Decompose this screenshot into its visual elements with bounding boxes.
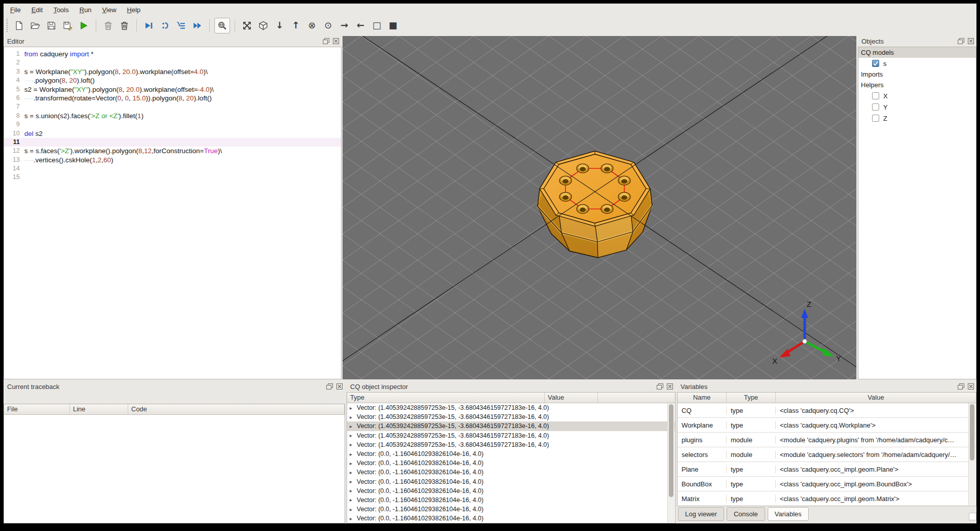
- inspector-row[interactable]: ▸Vector: (0.0, -1.1604610293826104e-16, …: [347, 477, 675, 486]
- 3d-viewport[interactable]: Z X Y: [343, 36, 856, 379]
- save-button[interactable]: [44, 18, 59, 33]
- close-panel-button[interactable]: [968, 38, 974, 44]
- step-into-button[interactable]: [174, 18, 189, 33]
- debug-resume-button[interactable]: [141, 18, 156, 33]
- right-view-button[interactable]: ←: [353, 18, 368, 33]
- size-grip[interactable]: [969, 513, 976, 520]
- inspector-rows: ▸Vector: (1.4053924288597253e-15, -3.680…: [347, 403, 675, 523]
- expand-arrow-icon[interactable]: ▸: [350, 507, 354, 512]
- objects-group-cq-models[interactable]: CQ models: [858, 47, 976, 58]
- inspector-row[interactable]: ▸Vector: (1.4053924288597253e-15, -3.680…: [347, 431, 675, 440]
- menu-help[interactable]: Help: [127, 6, 141, 14]
- expand-arrow-icon[interactable]: ▸: [350, 414, 354, 420]
- continue-button[interactable]: [190, 18, 205, 33]
- close-panel-button[interactable]: [333, 38, 339, 44]
- objects-item-y[interactable]: Y: [858, 101, 976, 113]
- inspector-row[interactable]: ▸Vector: (1.4053924288597253e-15, -3.680…: [347, 412, 675, 421]
- inspector-row[interactable]: ▸Vector: (0.0, -1.1604610293826104e-16, …: [347, 514, 675, 523]
- inspector-row[interactable]: ▸Vector: (1.4053924288597253e-15, -3.680…: [347, 421, 675, 431]
- debug-restart-button[interactable]: [158, 18, 172, 33]
- expand-arrow-icon[interactable]: ▸: [350, 461, 354, 466]
- float-panel-button[interactable]: [657, 383, 663, 390]
- code-line-7: 7: [4, 102, 341, 111]
- inspector-row[interactable]: ▸Vector: (0.0, -1.1604610293826104e-16, …: [347, 505, 675, 514]
- inspector-row[interactable]: ▸Vector: (0.0, -1.1604610293826104e-16, …: [347, 468, 675, 477]
- objects-item-s[interactable]: s: [858, 58, 976, 69]
- expand-arrow-icon[interactable]: ▸: [350, 488, 354, 493]
- tab-variables[interactable]: Variables: [768, 507, 809, 521]
- objects-item-x[interactable]: X: [858, 90, 976, 101]
- top-view-button[interactable]: ↓: [272, 18, 287, 33]
- new-script-button[interactable]: [12, 18, 26, 33]
- close-panel-button[interactable]: [336, 383, 343, 390]
- inspector-row[interactable]: ▸Vector: (0.0, -1.1604610293826104e-16, …: [347, 495, 675, 505]
- open-script-button[interactable]: [28, 18, 43, 33]
- menu-run[interactable]: Run: [80, 6, 92, 14]
- inspector-row[interactable]: ▸Vector: (1.4053924288597253e-15, -3.680…: [347, 440, 675, 449]
- variable-row-workplane[interactable]: Workplanetype<class 'cadquery.cq.Workpla…: [677, 418, 976, 433]
- inspector-row[interactable]: ▸Vector: (0.0, -1.1604610293826104e-16, …: [347, 449, 675, 458]
- float-panel-button[interactable]: [326, 383, 333, 390]
- expand-arrow-icon[interactable]: ▸: [350, 433, 354, 438]
- line-number: 15: [4, 173, 24, 182]
- inspector-row[interactable]: ▸Vector: (0.0, -1.1604610293826104e-16, …: [347, 486, 675, 495]
- checkbox-unchecked[interactable]: [872, 92, 879, 99]
- expand-arrow-icon[interactable]: ▸: [350, 470, 354, 475]
- tab-console[interactable]: Console: [727, 507, 765, 521]
- square-outline-icon: □: [372, 21, 381, 30]
- objects-item-z[interactable]: Z: [858, 113, 976, 124]
- menu-view[interactable]: View: [102, 6, 117, 14]
- expand-arrow-icon[interactable]: ▸: [350, 405, 354, 411]
- variable-row-plugins[interactable]: pluginsmodule<module 'cadquery.plugins' …: [677, 433, 976, 447]
- front-view-button[interactable]: ⊗: [305, 18, 319, 33]
- shaded-button[interactable]: ■: [386, 18, 400, 33]
- expand-arrow-icon[interactable]: ▸: [350, 516, 354, 521]
- back-view-button[interactable]: ⊙: [321, 18, 335, 33]
- toolbar-grip[interactable]: [7, 19, 8, 32]
- line-number: 11: [4, 138, 24, 147]
- menu-tools[interactable]: Tools: [53, 6, 68, 14]
- expand-arrow-icon[interactable]: ▸: [350, 479, 354, 484]
- expand-arrow-icon[interactable]: ▸: [350, 423, 354, 429]
- tab-log-viewer[interactable]: Log viewer: [678, 507, 724, 521]
- render-button[interactable]: [77, 18, 91, 33]
- checkbox-unchecked[interactable]: [872, 115, 879, 122]
- expand-arrow-icon[interactable]: ▸: [350, 442, 354, 447]
- variable-row-plane[interactable]: Planetype<class 'cadquery.occ_impl.geom.…: [677, 462, 976, 477]
- variables-col-name: Name: [677, 393, 727, 403]
- objects-group-imports[interactable]: Imports: [858, 69, 976, 80]
- float-panel-button[interactable]: [958, 383, 964, 390]
- trash-can-button-2[interactable]: [117, 18, 132, 33]
- expand-arrow-icon[interactable]: ▸: [350, 497, 354, 503]
- checkbox-checked[interactable]: [872, 60, 879, 67]
- menu-file[interactable]: File: [10, 6, 21, 14]
- viewport-scene: Z X Y: [343, 36, 856, 379]
- trash-icon: [103, 21, 113, 30]
- fit-all-button[interactable]: [240, 18, 254, 33]
- variable-row-boundbox[interactable]: BoundBoxtype<class 'cadquery.occ_impl.ge…: [677, 477, 976, 491]
- checkbox-unchecked[interactable]: [872, 103, 879, 111]
- save-as-button[interactable]: [60, 18, 75, 33]
- inspector-row[interactable]: ▸Vector: (0.0, -1.1604610293826104e-16, …: [347, 458, 675, 468]
- menu-edit[interactable]: Edit: [31, 6, 43, 14]
- left-view-button[interactable]: →: [337, 18, 352, 33]
- close-panel-button[interactable]: [968, 383, 974, 390]
- bottom-view-button[interactable]: ↑: [288, 18, 303, 33]
- code-editor[interactable]: 1from cadquery import *23s = Workplane("…: [4, 47, 341, 379]
- variable-row-selectors[interactable]: selectorsmodule<module 'cadquery.selecto…: [677, 447, 976, 462]
- inspector-scrollbar[interactable]: [667, 403, 674, 522]
- trash-can-button-1[interactable]: [101, 18, 116, 33]
- wireframe-button[interactable]: □: [369, 18, 384, 33]
- iso-view-button[interactable]: [256, 18, 271, 33]
- code-line-1: 1from cadquery import *: [4, 50, 341, 58]
- variables-scrollbar[interactable]: [968, 403, 975, 505]
- variable-row-cq[interactable]: CQtype<class 'cadquery.cq.CQ'>: [677, 403, 976, 418]
- float-panel-button[interactable]: [323, 38, 329, 44]
- objects-group-helpers[interactable]: Helpers: [858, 80, 976, 90]
- close-panel-button[interactable]: [667, 383, 673, 390]
- variable-row-matrix[interactable]: Matrixtype<class 'cadquery.occ_impl.geom…: [677, 491, 976, 506]
- float-panel-button[interactable]: [958, 38, 964, 44]
- inspector-row[interactable]: ▸Vector: (1.4053924288597253e-15, -3.680…: [347, 403, 675, 412]
- fit-zoom-button[interactable]: [214, 18, 230, 33]
- expand-arrow-icon[interactable]: ▸: [350, 451, 354, 457]
